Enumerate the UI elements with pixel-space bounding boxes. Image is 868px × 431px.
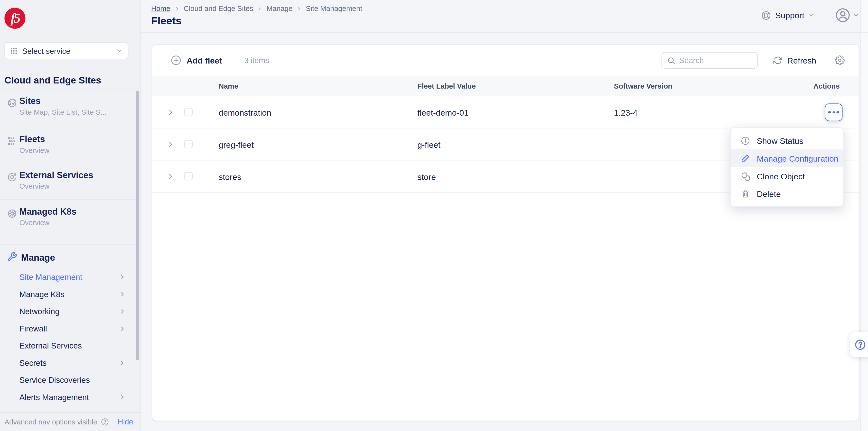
row-actions-menu: Show Status Manage Configuration Clone O… bbox=[730, 127, 844, 207]
sidebar-item-sites[interactable]: Sites Site Map, Site List, Site S... bbox=[0, 89, 140, 127]
row-checkbox[interactable] bbox=[184, 172, 193, 180]
chevron-right-icon bbox=[257, 6, 263, 11]
chevron-right-icon bbox=[296, 6, 302, 11]
page-title: Fleets bbox=[151, 15, 182, 27]
column-header-software-version: Software Version bbox=[614, 76, 672, 96]
advanced-nav-status: Advanced nav options visible bbox=[4, 418, 97, 426]
sidebar-item-title: Sites bbox=[20, 96, 135, 106]
cell-name[interactable]: greg-fleet bbox=[219, 128, 254, 160]
menu-item-manage-configuration[interactable]: Manage Configuration bbox=[731, 150, 843, 167]
sidebar-item-fleets[interactable]: Fleets Overview bbox=[0, 127, 140, 163]
sidebar-item-managed-k8s[interactable]: Managed K8s Overview bbox=[0, 200, 140, 244]
menu-label: Firewall bbox=[20, 324, 47, 333]
avatar-icon bbox=[835, 8, 850, 23]
breadcrumb: Home Cloud and Edge Sites Manage Site Ma… bbox=[151, 4, 362, 13]
cell-fleet-label-value: fleet-demo-01 bbox=[417, 96, 468, 129]
menu-item-label: Clone Object bbox=[757, 171, 805, 181]
chevron-right-icon bbox=[119, 360, 126, 366]
shield-arrow-icon bbox=[7, 172, 17, 182]
chevron-right-icon bbox=[119, 273, 126, 280]
chevron-right-icon bbox=[119, 394, 126, 400]
cell-software-version: 1.23-4 bbox=[614, 96, 638, 129]
globe-icon bbox=[7, 98, 17, 108]
hide-nav-link[interactable]: Hide bbox=[118, 418, 133, 426]
sidebar-item-service-discoveries[interactable]: Service Discoveries bbox=[0, 371, 140, 389]
breadcrumb-item[interactable]: Site Management bbox=[306, 4, 362, 13]
sidebar-item-firewall[interactable]: Firewall bbox=[0, 320, 140, 337]
sidebar-item-external-services[interactable]: External Services Overview bbox=[0, 163, 140, 200]
menu-item-delete[interactable]: Delete bbox=[731, 185, 843, 202]
menu-label: Service Discoveries bbox=[20, 375, 90, 384]
row-checkbox[interactable] bbox=[184, 140, 193, 148]
trash-icon bbox=[741, 189, 750, 198]
sidebar-item-secrets[interactable]: Secrets bbox=[0, 354, 140, 371]
expand-chevron-icon[interactable] bbox=[166, 160, 174, 193]
main-scroll-gutter[interactable] bbox=[860, 0, 868, 431]
chevron-down-icon bbox=[853, 12, 859, 18]
f5-logo[interactable]: f5 bbox=[4, 8, 25, 29]
service-selector[interactable]: Select service bbox=[4, 42, 128, 59]
chevron-right-icon bbox=[119, 308, 126, 314]
breadcrumb-item[interactable]: Cloud and Edge Sites bbox=[184, 4, 253, 13]
sidebar-item-title: Managed K8s bbox=[20, 207, 135, 217]
support-menu[interactable]: Support bbox=[762, 10, 814, 20]
breadcrumb-item[interactable]: Manage bbox=[267, 4, 293, 13]
table-row: demonstration fleet-demo-01 1.23-4 bbox=[152, 96, 859, 129]
menu-item-clone-object[interactable]: Clone Object bbox=[731, 167, 843, 185]
menu-item-label: Delete bbox=[757, 189, 781, 198]
column-header-fleet-label-value: Fleet Label Value bbox=[417, 76, 476, 96]
search-input[interactable] bbox=[679, 56, 746, 65]
breadcrumb-home[interactable]: Home bbox=[151, 4, 170, 13]
menu-label: Manage K8s bbox=[20, 290, 64, 298]
sidebar-item-site-management[interactable]: Site Management bbox=[0, 268, 140, 286]
life-ring-icon bbox=[762, 10, 771, 20]
fleets-panel: Add fleet 3 items Refresh Name Fleet L bbox=[152, 44, 859, 421]
sidebar-footer: Advanced nav options visible Hide bbox=[0, 412, 140, 431]
manage-section-header: Manage bbox=[0, 244, 140, 268]
question-circle-icon bbox=[100, 418, 109, 426]
cell-name[interactable]: stores bbox=[219, 160, 241, 193]
menu-label: Site Management bbox=[20, 272, 82, 281]
menu-label: Networking bbox=[20, 307, 60, 316]
chevron-right-icon bbox=[119, 325, 126, 332]
column-header-name: Name bbox=[219, 76, 238, 96]
sidebar-item-subtitle: Overview bbox=[20, 146, 135, 154]
sidebar: f5 Select service Cloud and Edge Sites S bbox=[0, 0, 141, 431]
table-header: Name Fleet Label Value Software Version … bbox=[152, 76, 859, 96]
pencil-icon bbox=[741, 154, 750, 163]
service-selector-label: Select service bbox=[22, 46, 112, 55]
help-button[interactable] bbox=[850, 332, 868, 357]
menu-item-show-status[interactable]: Show Status bbox=[731, 132, 843, 150]
help-question-icon bbox=[854, 338, 866, 351]
menu-item-label: Show Status bbox=[757, 136, 803, 145]
sidebar-item-external-services-manage[interactable]: External Services bbox=[0, 337, 140, 354]
sidebar-item-title: Fleets bbox=[20, 134, 135, 144]
chevron-right-icon bbox=[119, 291, 126, 297]
refresh-button[interactable]: Refresh bbox=[773, 45, 816, 76]
app-root: f5 Select service Cloud and Edge Sites S bbox=[0, 0, 868, 431]
chevron-down-icon bbox=[116, 47, 123, 54]
cell-name[interactable]: demonstration bbox=[219, 96, 271, 129]
row-actions-button[interactable] bbox=[825, 103, 843, 121]
sidebar-scrollbar[interactable] bbox=[136, 91, 139, 360]
row-checkbox[interactable] bbox=[184, 108, 193, 116]
sidebar-item-networking[interactable]: Networking bbox=[0, 303, 140, 320]
grid-icon bbox=[10, 47, 18, 55]
sidebar-section-title: Cloud and Edge Sites bbox=[4, 75, 101, 86]
add-fleet-button[interactable]: Add fleet bbox=[170, 45, 222, 76]
expand-chevron-icon[interactable] bbox=[166, 96, 174, 129]
expand-chevron-icon[interactable] bbox=[166, 128, 174, 160]
info-circle-icon bbox=[741, 136, 750, 145]
support-label: Support bbox=[775, 10, 804, 20]
sidebar-item-manage-k8s[interactable]: Manage K8s bbox=[0, 286, 140, 302]
search-icon bbox=[667, 56, 675, 65]
sidebar-manage-section: Manage Site Management Manage K8s Networ… bbox=[0, 244, 140, 406]
chevron-right-icon bbox=[174, 6, 180, 11]
sidebar-item-alerts-management[interactable]: Alerts Management bbox=[0, 389, 140, 405]
page-header: Home Cloud and Edge Sites Manage Site Ma… bbox=[141, 0, 868, 33]
manage-section-title: Manage bbox=[21, 252, 55, 262]
wrench-icon bbox=[7, 252, 17, 262]
clone-icon bbox=[741, 171, 750, 181]
gear-icon[interactable] bbox=[835, 55, 845, 65]
user-menu[interactable] bbox=[835, 8, 859, 23]
